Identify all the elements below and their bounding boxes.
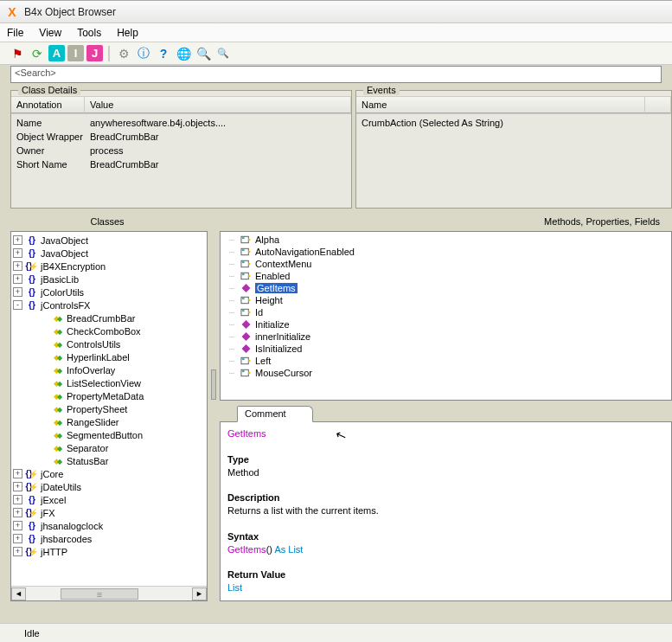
info-icon[interactable]: ⓘ	[135, 45, 152, 62]
menu-help[interactable]: Help	[117, 27, 138, 39]
tree-item[interactable]: ◆◆Separator	[11, 441, 207, 454]
tree-item-label: jB4XEncryption	[41, 261, 106, 272]
search-input[interactable]: <Search>	[10, 66, 662, 83]
tree-item[interactable]: +{}JavaObject	[11, 234, 207, 247]
member-item[interactable]: ┈Left	[224, 355, 668, 367]
expand-icon[interactable]: +	[13, 287, 22, 297]
member-label: MouseCursor	[255, 368, 312, 378]
tree-item[interactable]: +{}⚡jHTTP	[11, 545, 207, 558]
member-item[interactable]: ┈IsInitialized	[224, 343, 668, 355]
events-title: Events	[363, 85, 400, 95]
menu-view[interactable]: View	[39, 27, 61, 39]
member-item[interactable]: ┈AutoNavigationEnabled	[224, 246, 668, 258]
member-item[interactable]: ┈ContextMenu	[224, 258, 668, 270]
tree-item-label: RangeSlider	[67, 417, 119, 427]
tree-item[interactable]: ◆◆CheckComboBox	[11, 324, 207, 337]
tree-item[interactable]: ◆◆PropertySheet	[11, 402, 207, 415]
scroll-right-icon[interactable]: ►	[192, 587, 207, 600]
scroll-thumb[interactable]: ≡	[61, 588, 138, 600]
tree-item[interactable]: ◆◆ListSelectionView	[11, 376, 207, 389]
tree-line-icon: ┈	[224, 356, 239, 366]
search2-icon[interactable]: 🔍	[214, 45, 232, 62]
tab-comment[interactable]: Comment	[237, 406, 313, 422]
expand-icon[interactable]: +	[13, 547, 22, 556]
tree-item[interactable]: +{}⚡jFX	[11, 506, 207, 519]
bolt-icon: {}⚡	[25, 482, 39, 491]
tree-item[interactable]: ◆◆BreadCrumbBar	[11, 311, 207, 324]
tree-item[interactable]: +{}⚡jB4XEncryption	[11, 260, 207, 273]
flag-icon[interactable]: ⚑	[9, 45, 26, 62]
expand-icon[interactable]: +	[13, 469, 22, 478]
refresh-icon[interactable]: ⟳	[29, 45, 46, 62]
member-item[interactable]: ┈Alpha	[224, 234, 668, 246]
menu-file[interactable]: File	[7, 27, 23, 39]
tree-item[interactable]: -{}jControlsFX	[11, 299, 207, 311]
member-item[interactable]: ┈innerInitialize	[224, 331, 668, 343]
tree-item-label: ControlsUtils	[67, 339, 120, 350]
toolbar-i-button[interactable]: I	[67, 45, 84, 61]
menu-tools[interactable]: Tools	[77, 27, 101, 39]
tree-line-icon: ┈	[224, 369, 239, 378]
toolbar-j-button[interactable]: J	[86, 45, 103, 61]
tree-hscrollbar[interactable]: ◄ ≡ ►	[11, 586, 207, 600]
tree-item[interactable]: +{}JavaObject	[11, 247, 207, 260]
class-detail-row[interactable]: Nameanywheresoftware.b4j.objects....	[11, 116, 351, 130]
tree-item[interactable]: ◆◆StatusBar	[11, 454, 207, 467]
member-item[interactable]: ┈Height	[224, 294, 668, 306]
svg-rect-10	[241, 298, 244, 299]
member-item[interactable]: ┈Initialize	[224, 318, 668, 331]
help-icon[interactable]: ?	[155, 45, 172, 62]
tree-item[interactable]: ◆◆InfoOverlay	[11, 363, 207, 376]
expand-icon[interactable]: +	[13, 482, 22, 491]
col-header-value[interactable]: Value	[85, 96, 351, 113]
expand-icon[interactable]: +	[13, 521, 22, 530]
tree-item[interactable]: +{}jBasicLib	[11, 273, 207, 286]
bolt-icon: {}⚡	[25, 469, 39, 478]
splitter-grip-icon[interactable]	[211, 369, 216, 400]
method-icon	[239, 319, 253, 330]
class-detail-row[interactable]: Ownerprocess	[11, 144, 351, 157]
expand-icon[interactable]: +	[13, 508, 22, 517]
search-icon[interactable]: 🔍	[195, 45, 212, 62]
expand-icon[interactable]: +	[13, 534, 22, 543]
globe-icon[interactable]: 🌐	[175, 45, 192, 62]
tree-item[interactable]: +{}jhsbarcodes	[11, 532, 207, 545]
property-icon	[239, 259, 253, 269]
col-header-event-name[interactable]: Name	[356, 96, 645, 113]
class-detail-row[interactable]: Object WrapperBreadCrumbBar	[11, 130, 351, 144]
gear-icon[interactable]: ⚙	[115, 45, 132, 62]
expand-icon[interactable]: -	[13, 300, 22, 310]
event-row[interactable]: CrumbAction (Selected As String)	[356, 116, 671, 130]
member-item[interactable]: ┈Enabled	[224, 270, 668, 282]
expand-icon[interactable]: +	[13, 495, 22, 504]
diamond-icon: ◆◆	[51, 405, 65, 414]
class-detail-row[interactable]: Short NameBreadCrumbBar	[11, 157, 351, 171]
tree-item[interactable]: ◆◆PropertyMetaData	[11, 389, 207, 402]
tree-item[interactable]: ◆◆SegmentedButton	[11, 428, 207, 441]
expand-icon[interactable]: +	[13, 261, 22, 271]
toolbar-a-button[interactable]: A	[48, 45, 65, 61]
member-item[interactable]: ┈Id	[224, 306, 668, 318]
splitter-vertical[interactable]	[211, 231, 216, 601]
tree-item[interactable]: ◆◆RangeSlider	[11, 415, 207, 428]
tree-item[interactable]: +{}jColorUtils	[11, 286, 207, 299]
tree-item[interactable]: +{}jExcel	[11, 493, 207, 506]
tree-line-icon: ┈	[224, 296, 239, 305]
expand-icon[interactable]: +	[13, 274, 22, 284]
scroll-left-icon[interactable]: ◄	[11, 587, 26, 600]
col-header-annotation[interactable]: Annotation	[11, 96, 85, 113]
members-list[interactable]: ┈Alpha┈AutoNavigationEnabled┈ContextMenu…	[220, 231, 672, 401]
member-item[interactable]: ┈MouseCursor	[224, 367, 668, 379]
tree-item[interactable]: +{}jhsanalogclock	[11, 519, 207, 532]
tree-item[interactable]: ◆◆ControlsUtils	[11, 337, 207, 350]
member-item[interactable]: ┈GetItems	[224, 282, 668, 294]
member-label: GetItems	[255, 283, 298, 293]
tree-item[interactable]: +{}⚡jCore	[11, 467, 207, 480]
status-text: Idle	[24, 628, 40, 639]
tree-item-label: jhsbarcodes	[41, 534, 92, 544]
expand-icon[interactable]: +	[13, 248, 22, 258]
expand-icon[interactable]: +	[13, 235, 22, 245]
tree-item[interactable]: +{}⚡jDateUtils	[11, 480, 207, 493]
classes-tree[interactable]: +{}JavaObject+{}JavaObject+{}⚡jB4XEncryp…	[10, 231, 208, 601]
tree-item[interactable]: ◆◆HyperlinkLabel	[11, 350, 207, 363]
